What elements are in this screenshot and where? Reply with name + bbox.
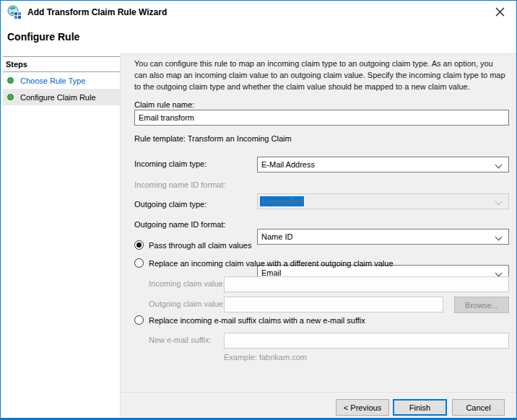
chevron-down-icon	[495, 162, 503, 169]
claim-rule-name-label: Claim rule name:	[134, 100, 194, 109]
page-title: Configure Rule	[7, 31, 79, 43]
step-bullet-icon	[7, 77, 14, 84]
radio-button-icon	[134, 258, 144, 268]
incoming-name-id-format-value: Unspecified	[260, 196, 304, 206]
radio-button-icon	[134, 240, 144, 250]
radio-replace-suffix[interactable]: Replace incoming e-mail suffix claims wi…	[134, 315, 365, 325]
browse-button: Browse...	[454, 297, 509, 313]
finish-button-label: Finish	[409, 403, 430, 412]
radio-pass-through-label: Pass through all claim values	[149, 241, 251, 250]
step-item-choose-rule-type: Choose Rule Type	[3, 72, 120, 89]
outgoing-claim-type-combobox[interactable]: Name ID	[257, 229, 509, 245]
outgoing-name-id-format-label: Outgoing name ID format:	[134, 220, 226, 229]
main-panel: You can configure this rule to map an in…	[120, 53, 517, 419]
incoming-claim-type-value: E-Mail Address	[260, 160, 315, 169]
claim-rule-name-input[interactable]: Email transform	[134, 110, 509, 126]
radio-replace-value-label: Replace an incoming claim value with a d…	[149, 259, 394, 268]
window-title: Add Transform Claim Rule Wizard	[27, 7, 167, 17]
incoming-claim-type-label: Incoming claim type:	[134, 159, 207, 168]
outgoing-claim-type-label: Outgoing claim type:	[134, 200, 207, 209]
example-text: Example: fabrikam.com	[224, 353, 307, 362]
finish-button[interactable]: Finish	[393, 399, 447, 416]
previous-button-label: < Previous	[344, 403, 381, 412]
outgoing-claim-value-input	[224, 297, 443, 312]
step-bullet-icon	[7, 94, 14, 100]
incoming-claim-value-input	[224, 276, 509, 292]
page-header: Configure Rule	[1, 23, 516, 53]
step-label: Choose Rule Type	[20, 76, 85, 85]
chevron-down-icon	[495, 270, 503, 277]
radio-replace-value[interactable]: Replace an incoming claim value with a d…	[134, 258, 394, 268]
radio-pass-through[interactable]: Pass through all claim values	[134, 240, 251, 250]
step-item-configure-claim-rule: Configure Claim Rule	[3, 89, 120, 105]
incoming-claim-value-label: Incoming claim value:	[149, 279, 225, 288]
outgoing-claim-value-label: Outgoing claim value:	[149, 299, 225, 308]
radio-button-icon	[134, 315, 144, 325]
cancel-button-label: Cancel	[466, 403, 490, 412]
chevron-down-icon	[495, 234, 503, 241]
steps-sidebar: Steps Choose Rule Type Configure Claim R…	[3, 56, 120, 105]
description-text: You can configure this rule to map an in…	[134, 58, 508, 92]
wizard-app-icon	[7, 5, 22, 19]
incoming-claim-type-combobox[interactable]: E-Mail Address	[257, 157, 509, 172]
close-button[interactable]	[484, 1, 516, 23]
wizard-window: Add Transform Claim Rule Wizard Configur…	[0, 0, 517, 420]
new-email-suffix-input	[224, 333, 509, 349]
radio-replace-suffix-label: Replace incoming e-mail suffix claims wi…	[149, 316, 365, 325]
new-email-suffix-label: New e-mail suffix:	[149, 336, 212, 344]
rule-template-text: Rule template: Transform an Incoming Cla…	[134, 134, 292, 143]
titlebar[interactable]: Add Transform Claim Rule Wizard	[1, 1, 516, 23]
previous-button[interactable]: < Previous	[336, 399, 389, 416]
browse-button-label: Browse...	[465, 301, 498, 310]
step-label: Configure Claim Rule	[20, 93, 96, 102]
steps-title: Steps	[3, 57, 120, 72]
chevron-down-icon	[495, 198, 503, 206]
outgoing-claim-type-value: Name ID	[260, 232, 292, 241]
close-icon	[495, 7, 505, 17]
claim-rule-name-value: Email transform	[139, 113, 194, 122]
incoming-name-id-format-combobox: Unspecified	[257, 193, 509, 209]
footer-divider	[121, 392, 517, 393]
incoming-name-id-format-label: Incoming name ID format:	[134, 180, 226, 189]
cancel-button[interactable]: Cancel	[452, 399, 505, 416]
